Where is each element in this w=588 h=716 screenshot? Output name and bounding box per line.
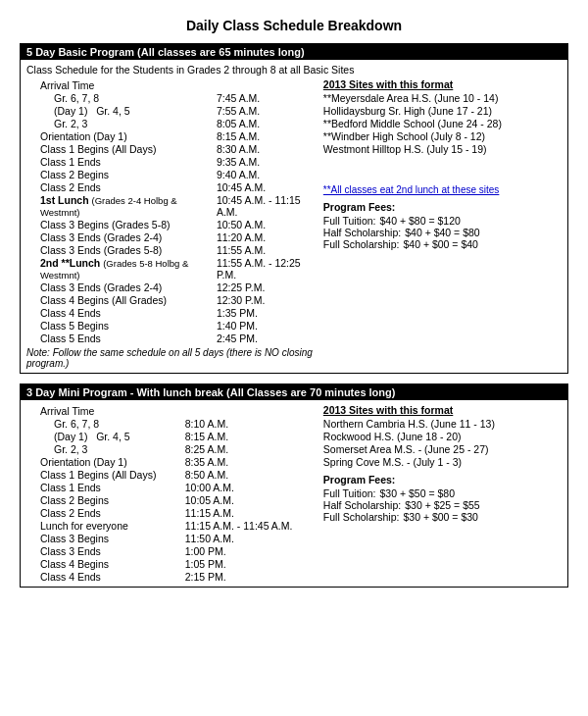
schedule-label: Class 2 Ends [26,506,183,519]
schedule-time: 8:25 A.M. [183,442,316,455]
schedule-time: 8:10 A.M. [183,417,316,430]
table-row: Class 2 Ends 10:45 A.M. [26,180,316,193]
page-title: Daily Class Schedule Breakdown [20,18,568,33]
schedule-label: Class 3 Ends [26,544,183,557]
schedule-time: 10:50 A.M. [215,218,316,230]
fee-value: $30 + $00 = $30 [403,511,478,523]
schedule-time: 12:30 P.M. [215,293,316,306]
table-row: Class 5 Begins 1:40 PM. [26,319,316,332]
table-row: Arrival Time [26,78,316,91]
schedule-label: Class 3 Ends (Grades 2-4) [26,230,215,243]
table-row: Class 3 Ends (Grades 5-8) 11:55 A.M. [26,243,316,256]
fee-item: Full Scholarship: $40 + $00 = $40 [323,238,562,250]
schedule-time [183,404,316,417]
sites-header-3day: 2013 Sites with this format [323,404,562,416]
fee-item: Half Scholarship: $30 + $25 = $55 [323,499,562,511]
table-row: Orientation (Day 1) 8:35 A.M. [26,455,316,468]
site-item: Westmont Hilltop H.S. (July 15 - 19) [323,143,562,155]
table-row: Class 2 Ends 11:15 A.M. [26,506,316,519]
schedule-label: Class 5 Ends [26,332,215,344]
schedule-left-3day: Arrival Time Gr. 6, 7, 8 8:10 A.M. (Day … [26,404,316,583]
table-row: Class 1 Begins (All Days) 8:30 A.M. [26,142,316,155]
fee-value: $40 + $40 = $80 [405,227,480,238]
schedule-grade: (Day 1) Gr. 4, 5 [26,104,215,117]
table-row: (Day 1) Gr. 4, 5 8:15 A.M. [26,430,316,442]
table-row: Class 5 Ends 2:45 PM. [26,332,316,344]
table-row: Class 2 Begins 10:05 A.M. [26,493,316,506]
schedule-time: 9:35 A.M. [215,155,316,168]
schedule-label: Class 4 Begins [26,557,183,570]
fee-value: $40 + $00 = $40 [403,238,478,250]
schedule-label-bold: 2nd **Lunch (Grades 5-8 Holbg & Westmnt) [26,256,215,281]
schedule-label: Class 1 Begins (All Days) [26,142,215,155]
schedule-time: 1:35 PM. [215,306,316,319]
fee-label: Full Tuition: [323,487,376,499]
schedule-time: 10:45 A.M. [215,180,316,193]
schedule-time: 8:50 A.M. [183,468,316,481]
schedule-grade: Gr. 6, 7, 8 [26,91,215,104]
schedule-time: 11:50 A.M. [183,532,316,544]
schedule-time: 11:55 A.M. [215,243,316,256]
schedule-label: Orientation (Day 1) [26,455,183,468]
table-row: 1st Lunch (Grades 2-4 Holbg & Westmnt) 1… [26,193,316,218]
schedule-time: 2:15 PM. [183,570,316,583]
section-5day-header: 5 Day Basic Program (All classes are 65 … [21,44,567,60]
site-item: Somerset Area M.S. - (June 25 - 27) [323,443,562,455]
table-row: (Day 1) Gr. 4, 5 7:55 A.M. [26,104,316,117]
table-row: Class 4 Ends 1:35 PM. [26,306,316,319]
schedule-label: Class 2 Begins [26,493,183,506]
schedule-label: Class 1 Ends [26,481,183,493]
fee-item: Full Scholarship: $30 + $00 = $30 [323,511,562,523]
table-row: Class 4 Begins 1:05 PM. [26,557,316,570]
schedule-time: 11:55 A.M. - 12:25 P.M. [215,256,316,281]
site-item: Hollidaysburg Sr. High (June 17 - 21) [323,105,562,117]
fee-item: Half Scholarship: $40 + $40 = $80 [323,227,562,238]
schedule-label: Class 2 Ends [26,180,215,193]
fee-item: Full Tuition: $30 + $50 = $80 [323,487,562,499]
fee-value: $30 + $50 = $80 [380,487,456,499]
fee-label: Full Scholarship: [323,511,400,523]
schedule-grade: Gr. 2, 3 [26,442,183,455]
fee-label: Half Scholarship: [323,227,401,238]
schedule-time: 8:15 A.M. [183,430,316,442]
section-3day: 3 Day Mini Program - With lunch break (A… [20,384,568,588]
site-item: **Bedford Middle School (June 24 - 28) [323,118,562,129]
schedule-time: 2:45 PM. [215,332,316,344]
schedule-label: Class 3 Ends (Grades 2-4) [26,281,215,293]
schedule-time: 9:40 A.M. [215,168,316,180]
fee-item: Full Tuition: $40 + $80 = $120 [323,215,562,227]
schedule-label: Lunch for everyone [26,519,183,532]
schedule-time [215,78,316,91]
schedule-time: 7:55 A.M. [215,104,316,117]
schedule-label: Class 3 Begins [26,532,183,544]
sites-header-5day: 2013 Sites with this format [323,78,562,90]
schedule-label: Class 4 Begins (All Grades) [26,293,215,306]
schedule-time: 8:15 A.M. [215,129,316,142]
section-note: Note: Follow the same schedule on all 5 … [26,347,316,369]
schedule-label: Class 4 Ends [26,306,215,319]
schedule-left-5day: Arrival Time Gr. 6, 7, 8 7:45 A.M. (Day … [26,78,316,369]
sites-fees-3day: 2013 Sites with this format Northern Cam… [316,404,562,583]
schedule-time: 1:05 PM. [183,557,316,570]
table-row: Class 1 Ends 9:35 A.M. [26,155,316,168]
section-5day-subtitle: Class Schedule for the Students in Grade… [26,64,562,76]
schedule-grade: (Day 1) Gr. 4, 5 [26,430,183,442]
table-row: Class 4 Begins (All Grades) 12:30 P.M. [26,293,316,306]
table-row: Class 4 Ends 2:15 PM. [26,570,316,583]
site-item: Rockwood H.S. (June 18 - 20) [323,431,562,442]
table-row: Arrival Time [26,404,316,417]
fee-label: Full Tuition: [323,215,376,227]
fee-value: $30 + $25 = $55 [405,499,480,511]
lunch-note: **All classes eat 2nd lunch at these sit… [323,184,562,195]
schedule-label: Class 5 Begins [26,319,215,332]
schedule-label: Arrival Time [26,404,183,417]
schedule-time: 10:00 A.M. [183,481,316,493]
schedule-label: Class 2 Begins [26,168,215,180]
table-row: 2nd **Lunch (Grades 5-8 Holbg & Westmnt)… [26,256,316,281]
schedule-time: 10:45 A.M. - 11:15 A.M. [215,193,316,218]
schedule-label: Class 1 Begins (All Days) [26,468,183,481]
fee-value: $40 + $80 = $120 [380,215,461,227]
schedule-table-3day: Arrival Time Gr. 6, 7, 8 8:10 A.M. (Day … [26,404,316,583]
table-row: Gr. 2, 3 8:25 A.M. [26,442,316,455]
fees-header-3day: Program Fees: [323,474,562,486]
